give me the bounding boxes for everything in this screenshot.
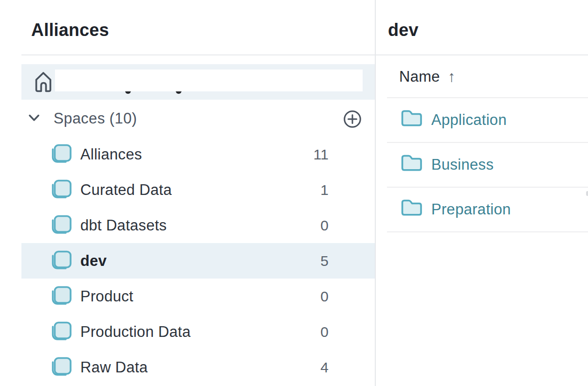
sidebar-item-curated-data[interactable]: Curated Data 1 (21, 172, 375, 208)
home-icon (34, 70, 53, 93)
name-column-label: Name (399, 68, 440, 85)
space-icon (50, 214, 72, 236)
space-item-count: 0 (320, 314, 329, 350)
space-item-label: dbt Datasets (80, 208, 167, 243)
content-panel: dev Name↑ Application Business Preparati… (376, 0, 588, 386)
sidebar-item-dbt-datasets[interactable]: dbt Datasets 0 (21, 208, 375, 243)
sidebar-item-product[interactable]: Product 0 (21, 279, 375, 314)
space-item-count: 11 (313, 137, 329, 172)
space-item-count: 4 (320, 350, 329, 385)
folder-icon (401, 109, 423, 127)
space-icon (50, 321, 72, 342)
sidebar-item-raw-data[interactable]: Raw Data 4 (21, 350, 375, 385)
space-item-count: 0 (320, 208, 329, 243)
space-icon (50, 250, 72, 271)
space-icon (50, 179, 72, 200)
sidebar-title-divider (21, 54, 375, 55)
space-item-label: dev (80, 243, 107, 279)
space-item-label: Alliances (80, 137, 142, 172)
sidebar-title: Alliances (31, 20, 109, 40)
space-item-count: 0 (320, 279, 329, 314)
folder-icon (401, 154, 423, 172)
page-title-divider (376, 54, 588, 55)
app-window: Alliances Spaces (10) (0, 0, 588, 386)
sidebar-item-production-data[interactable]: Production Data 0 (21, 314, 375, 350)
sidebar-item-alliances[interactable]: Alliances 11 (21, 137, 375, 172)
space-item-count: 1 (320, 172, 329, 208)
spaces-section-label: Spaces (10) (54, 109, 137, 128)
space-item-label: Product (80, 279, 133, 314)
folder-icon (401, 199, 423, 216)
folder-row-application[interactable]: Application (387, 98, 588, 143)
space-item-label: Raw Data (80, 350, 148, 385)
folder-link[interactable]: Application (431, 98, 507, 142)
plus-circle-icon (343, 110, 362, 128)
sort-ascending-icon: ↑ (448, 68, 456, 85)
spaces-section-header[interactable]: Spaces (10) (21, 109, 375, 128)
folder-link[interactable]: Business (431, 143, 494, 187)
name-column-header[interactable]: Name↑ (399, 68, 456, 86)
redacted-text-overlay (55, 70, 363, 91)
space-icon (50, 285, 72, 307)
folder-row-preparation[interactable]: Preparation (387, 188, 588, 232)
space-item-count: 5 (320, 243, 329, 279)
sidebar-item-dev[interactable]: dev 5 (21, 243, 375, 279)
sidebar-panel: Alliances Spaces (10) (0, 0, 375, 386)
scrollbar-fragment (586, 191, 588, 196)
chevron-down-icon[interactable] (28, 113, 40, 123)
space-icon (50, 143, 72, 165)
folder-row-business[interactable]: Business (387, 143, 588, 188)
space-item-label: Curated Data (80, 172, 172, 208)
add-space-button[interactable] (343, 110, 362, 128)
page-title: dev (388, 20, 419, 40)
home-row[interactable] (21, 64, 375, 100)
space-item-label: Production Data (80, 314, 191, 350)
space-icon (50, 356, 72, 378)
folder-link[interactable]: Preparation (431, 188, 511, 231)
